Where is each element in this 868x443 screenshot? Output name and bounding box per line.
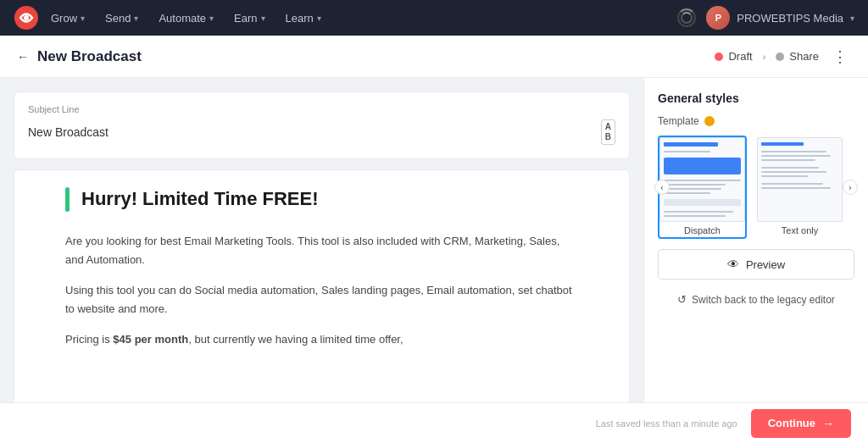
status-chevron-icon: › [763,52,766,62]
template-grid: ‹ Dispatch [658,136,854,239]
sidebar: General styles Template ‹ [643,78,868,443]
refresh-icon: ↺ [677,293,687,306]
draft-dot [715,53,723,61]
sidebar-title: General styles [658,91,854,105]
template-scroll-left[interactable]: ‹ [654,180,670,195]
accent-bar [65,187,70,212]
template-text-only-label: Text only [757,222,843,237]
email-paragraph-1: Are you looking for best Email Marketing… [65,232,578,269]
preview-button[interactable]: 👁 Preview [658,249,854,280]
automate-chevron-icon: ▾ [209,14,214,23]
template-dispatch-label: Dispatch [659,222,745,237]
top-navigation: Grow ▾ Send ▾ Automate ▾ Earn ▾ Learn ▾ … [0,0,868,36]
share-button[interactable]: Share [776,50,819,63]
email-body: Are you looking for best Email Marketing… [65,232,578,349]
nav-send[interactable]: Send ▾ [97,7,147,30]
profile-menu[interactable]: P PROWEBTIPS Media ▾ [706,6,854,30]
page-title: New Broadcast [37,48,142,65]
footer-bar: Last saved less than a minute ago Contin… [0,402,868,443]
nav-grow[interactable]: Grow ▾ [42,7,93,30]
continue-arrow-icon: → [822,417,834,430]
subject-card: Subject Line AB [14,91,630,159]
email-heading: Hurry! Limited Time FREE! [81,187,319,212]
share-dot [776,53,784,61]
template-scroll-right[interactable]: › [843,180,858,195]
template-dot [704,116,715,126]
subject-input[interactable] [28,122,594,142]
loading-spinner [677,8,696,27]
email-paragraph-2: Using this tool you can do Social media … [65,281,578,318]
template-label: Template [658,115,854,127]
nav-earn[interactable]: Earn ▾ [225,7,273,30]
draft-status[interactable]: Draft [715,50,752,63]
continue-button[interactable]: Continue → [751,409,851,438]
grow-chevron-icon: ▾ [81,14,85,23]
ab-test-badge[interactable]: AB [601,119,615,145]
subject-label: Subject Line [28,104,615,114]
earn-chevron-icon: ▾ [261,14,265,23]
profile-chevron-icon: ▾ [850,14,854,23]
nav-automate[interactable]: Automate ▾ [150,7,222,30]
eye-icon: 👁 [727,257,739,271]
email-preview-card: Hurry! Limited Time FREE! Are you lookin… [14,169,630,407]
nav-learn[interactable]: Learn ▾ [277,7,330,30]
main-layout: Subject Line AB Hurry! Limited Time FREE… [0,78,868,443]
email-paragraph-3: Pricing is $45 per month, but currently … [65,330,578,349]
learn-chevron-icon: ▾ [317,14,321,23]
template-dispatch[interactable]: Dispatch [658,136,747,239]
sub-header: ← New Broadcast Draft › Share ⋮ [0,36,868,78]
legacy-editor-button[interactable]: ↺ Switch back to the legacy editor [658,288,854,311]
avatar: P [706,6,730,30]
svg-point-1 [24,15,29,20]
back-button[interactable]: ← [17,50,29,64]
send-chevron-icon: ▾ [134,14,138,23]
more-options-button[interactable]: ⋮ [829,44,851,69]
template-text-only[interactable]: Text only [755,136,844,239]
app-logo[interactable] [14,5,39,30]
content-area: Subject Line AB Hurry! Limited Time FREE… [0,78,643,443]
last-saved-text: Last saved less than a minute ago [596,418,737,429]
